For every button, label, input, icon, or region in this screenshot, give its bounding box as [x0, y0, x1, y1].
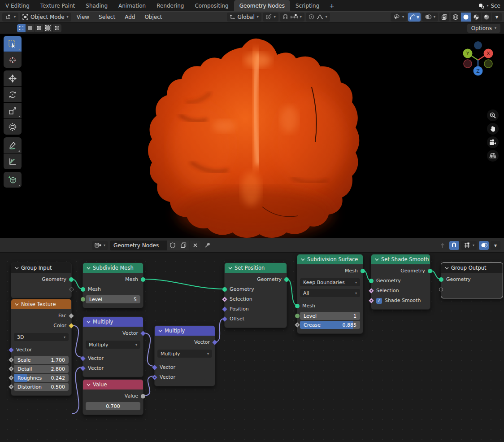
shading-rendered-button[interactable]: [482, 13, 491, 22]
shading-dropdown[interactable]: ▾: [492, 13, 502, 22]
new-node-tree-button[interactable]: [178, 241, 189, 250]
editor-type-button[interactable]: ▾: [2, 13, 18, 22]
pin-button[interactable]: [202, 241, 212, 250]
tab-compositing[interactable]: Compositing: [189, 0, 234, 11]
output-socket-mesh[interactable]: [141, 277, 145, 282]
pivot-point-dropdown[interactable]: ▾: [263, 13, 278, 22]
node-group-output[interactable]: Group Output Geometry: [441, 263, 503, 298]
input-socket-distortion[interactable]: [9, 384, 13, 389]
camera-view-button[interactable]: [487, 136, 499, 148]
menu-view[interactable]: View: [73, 13, 93, 22]
collapse-icon[interactable]: [375, 258, 379, 261]
output-socket-geometry[interactable]: [284, 277, 289, 282]
unlink-node-tree-button[interactable]: [190, 241, 200, 250]
input-socket-vector-2[interactable]: [152, 375, 157, 380]
tool-rotate[interactable]: [4, 87, 22, 102]
node-multiply-2[interactable]: Multiply Vector Multiply▾ Vector Vector: [154, 325, 215, 386]
node-set-position[interactable]: Set Position Geometry Geometry Selection…: [224, 263, 287, 328]
uv-smooth-dropdown[interactable]: Keep Boundaries▾: [300, 278, 360, 286]
overlays-options-dropdown[interactable]: ▾: [491, 241, 500, 250]
axis-y-negative[interactable]: [484, 60, 492, 68]
collapse-icon[interactable]: [87, 383, 91, 386]
input-socket-scale[interactable]: [9, 357, 13, 362]
tab-texture-paint[interactable]: Texture Paint: [35, 0, 80, 11]
input-socket-selection[interactable]: [369, 288, 374, 293]
gizmos-toggle[interactable]: ▾: [408, 13, 421, 22]
viewport-3d[interactable]: Y X Z: [0, 34, 504, 238]
transform-orientation-dropdown[interactable]: Global ▾: [227, 13, 261, 22]
zoom-button[interactable]: [487, 109, 499, 121]
visibility-dropdown[interactable]: ▾: [391, 13, 407, 22]
input-socket-level[interactable]: [81, 297, 85, 302]
menu-select[interactable]: Select: [95, 13, 119, 22]
select-extend-button[interactable]: [26, 24, 35, 32]
collapse-icon[interactable]: [301, 258, 305, 261]
pan-button[interactable]: [487, 123, 499, 135]
shade-smooth-checkbox[interactable]: ✓: [376, 298, 382, 304]
tab-uv-editing[interactable]: V Editing: [0, 0, 35, 11]
node-noise-texture[interactable]: Noise Texture Fac Color 3D▾ Vector Scale…: [11, 299, 72, 396]
tab-geometry-nodes[interactable]: Geometry Nodes: [234, 0, 290, 11]
value-field[interactable]: 0.700: [86, 402, 140, 410]
node-subdivision-surface[interactable]: Subdivision Surface Mesh Keep Boundaries…: [297, 254, 363, 334]
collapse-icon[interactable]: [87, 320, 91, 324]
overlays-dropdown[interactable]: ▾: [422, 13, 438, 22]
tab-animation[interactable]: Animation: [113, 0, 151, 11]
output-socket-fac[interactable]: [69, 313, 74, 318]
snap-target-dropdown[interactable]: ▾: [461, 241, 477, 250]
input-socket-vector-1[interactable]: [80, 356, 85, 361]
output-socket-color[interactable]: [69, 323, 74, 328]
options-button[interactable]: Options ▾: [467, 24, 500, 33]
operation-dropdown[interactable]: Multiply▾: [86, 341, 140, 349]
node-subdivide-mesh[interactable]: Subdivide Mesh Mesh Mesh Level5: [83, 263, 143, 308]
collapse-icon[interactable]: [445, 267, 449, 270]
input-socket-shade-smooth[interactable]: [369, 298, 374, 303]
input-socket-roughness[interactable]: [9, 375, 13, 380]
go-to-parent-tree-button[interactable]: [438, 241, 448, 250]
input-socket-vector[interactable]: [9, 347, 13, 352]
level-field[interactable]: Level5: [86, 295, 140, 303]
input-socket-geometry[interactable]: [222, 287, 227, 292]
tool-move[interactable]: [4, 70, 22, 86]
collapse-icon[interactable]: [15, 267, 19, 270]
node-tree-type-button[interactable]: ▾: [92, 241, 108, 250]
output-socket-mesh[interactable]: [361, 269, 365, 273]
input-socket-virtual[interactable]: [439, 288, 443, 292]
input-socket-mesh[interactable]: [295, 304, 300, 308]
navigation-gizmo[interactable]: Y X Z: [456, 38, 498, 79]
boundary-smooth-dropdown[interactable]: All▾: [300, 289, 360, 297]
input-socket-position[interactable]: [222, 306, 227, 311]
scale-field[interactable]: Scale1.700: [14, 356, 69, 364]
axis-z-negative[interactable]: [474, 41, 482, 49]
mode-dropdown[interactable]: Object Mode ▾: [20, 13, 71, 22]
output-socket-value[interactable]: [141, 394, 145, 398]
input-socket-detail[interactable]: [9, 366, 13, 371]
dimensions-dropdown[interactable]: 3D▾: [14, 333, 69, 341]
tool-measure[interactable]: [4, 153, 22, 169]
shading-wireframe-button[interactable]: [451, 13, 461, 22]
detail-field[interactable]: Detail2.800: [14, 365, 69, 373]
fake-user-button[interactable]: [167, 241, 178, 250]
tab-rendering[interactable]: Rendering: [151, 0, 189, 11]
scene-selector[interactable]: ▾ Sce: [474, 0, 504, 11]
level-field[interactable]: Level1: [300, 312, 360, 320]
roughness-slider[interactable]: Roughnes0.242: [14, 374, 69, 382]
crease-slider[interactable]: Crease0.885: [300, 321, 360, 329]
output-socket-geometry[interactable]: [69, 277, 74, 282]
select-intersect-button[interactable]: [53, 24, 61, 32]
collapse-icon[interactable]: [158, 329, 162, 333]
proportional-editing-controls[interactable]: ▾: [306, 13, 330, 22]
add-workspace-button[interactable]: +: [325, 0, 339, 11]
select-invert-button[interactable]: [44, 24, 52, 32]
collapse-icon[interactable]: [87, 267, 91, 270]
shading-solid-button[interactable]: [461, 13, 471, 22]
collapse-icon[interactable]: [228, 267, 232, 270]
input-socket-offset[interactable]: [222, 316, 227, 321]
node-graph[interactable]: Group Input Geometry Subdivide Mesh Mesh…: [0, 253, 504, 442]
node-multiply-1[interactable]: Multiply Vector Multiply▾ Vector Vector: [83, 316, 143, 377]
input-socket-vector-2[interactable]: [80, 366, 85, 371]
tab-scripting[interactable]: Scripting: [290, 0, 325, 11]
tool-transform[interactable]: [4, 119, 22, 135]
shading-material-button[interactable]: [471, 13, 481, 22]
output-socket-geometry[interactable]: [428, 269, 432, 273]
